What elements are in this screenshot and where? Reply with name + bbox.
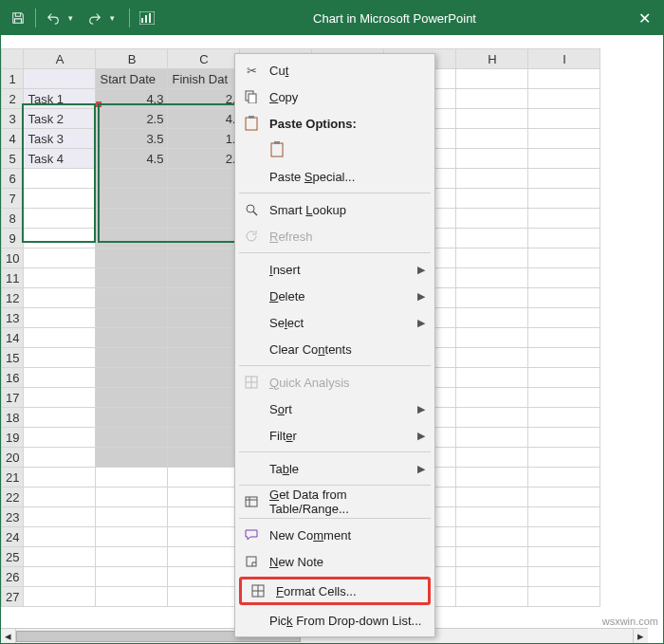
menu-smart-lookup[interactable]: Smart Lookup: [235, 196, 434, 223]
format-cells-icon: [249, 582, 267, 599]
svg-rect-9: [274, 141, 280, 144]
svg-rect-8: [271, 143, 283, 156]
col-A[interactable]: A: [24, 49, 96, 69]
svg-point-10: [247, 205, 254, 212]
scroll-left-button[interactable]: ◂: [1, 629, 16, 643]
copy-icon: [243, 88, 260, 105]
menu-get-data[interactable]: Get Data from Table/Range...: [235, 488, 434, 515]
svg-rect-7: [249, 116, 254, 119]
select-all-corner[interactable]: [2, 49, 24, 69]
menu-divider: [239, 485, 431, 486]
cell-C1[interactable]: Finish Dat: [168, 69, 240, 89]
cell-A5[interactable]: Task 4: [24, 149, 96, 169]
menu-pick-dropdown[interactable]: Pick From Drop-down List...: [235, 607, 434, 634]
menu-new-comment[interactable]: New Comment: [235, 522, 434, 548]
undo-button[interactable]: ▾: [46, 10, 78, 26]
context-menu: ✂ Cut Copy Paste Options: Paste Special.…: [234, 53, 435, 637]
chevron-right-icon: ▶: [417, 463, 425, 475]
cell-C4[interactable]: 1.: [168, 129, 240, 149]
menu-paste-default[interactable]: [235, 137, 434, 163]
search-icon: [243, 201, 260, 218]
menu-format-cells[interactable]: Format Cells...: [239, 577, 431, 605]
cell-B5[interactable]: 4.5: [96, 149, 168, 169]
menu-filter[interactable]: Filter ▶: [235, 422, 434, 449]
cell-A3[interactable]: Task 2: [24, 109, 96, 129]
table-icon: [243, 493, 260, 510]
menu-select[interactable]: Select ▶: [235, 309, 434, 336]
cell-B1[interactable]: Start Date: [96, 69, 168, 89]
cell-B4[interactable]: 3.5: [96, 129, 168, 149]
menu-paste-special[interactable]: Paste Special...: [235, 163, 434, 190]
svg-rect-15: [246, 497, 257, 506]
cell-C5[interactable]: 2.: [168, 149, 240, 169]
cell-C2[interactable]: 2.: [168, 89, 240, 109]
menu-paste-options-heading: Paste Options:: [235, 110, 434, 137]
menu-new-note[interactable]: New Note: [235, 548, 434, 575]
window-title: Chart in Microsoft PowerPoint: [164, 11, 625, 26]
menu-copy[interactable]: Copy: [235, 83, 434, 110]
cell-C3[interactable]: 4.: [168, 109, 240, 129]
quick-access-toolbar: ▾ ▾: [1, 9, 164, 28]
chart-data-icon[interactable]: [139, 10, 155, 26]
chevron-right-icon: ▶: [417, 290, 425, 303]
svg-rect-1: [141, 18, 143, 23]
cell-A1[interactable]: [24, 69, 96, 89]
svg-rect-5: [249, 94, 256, 103]
col-I[interactable]: I: [528, 49, 600, 69]
paste-icon: [269, 141, 286, 158]
undo-icon: [46, 10, 61, 26]
refresh-icon: [243, 228, 260, 245]
cell-A4[interactable]: Task 3: [24, 129, 96, 149]
close-button[interactable]: ✕: [625, 9, 663, 28]
menu-clear-contents[interactable]: Clear Contents: [235, 336, 434, 362]
col-C[interactable]: C: [168, 49, 240, 69]
menu-sort[interactable]: Sort ▶: [235, 396, 434, 422]
chevron-right-icon: ▶: [417, 403, 425, 415]
svg-rect-2: [145, 15, 147, 23]
redo-icon: [87, 10, 102, 26]
cell-B2[interactable]: 4.3: [96, 89, 168, 109]
note-icon: [243, 553, 260, 570]
titlebar: ▾ ▾ Chart in Microsoft PowerPoint ✕: [1, 1, 663, 35]
menu-divider: [239, 518, 431, 519]
watermark: wsxwin.com: [602, 616, 658, 627]
col-H[interactable]: H: [456, 49, 528, 69]
clipboard-icon: [243, 115, 260, 132]
comment-icon: [243, 526, 260, 543]
chevron-right-icon: ▶: [417, 264, 425, 276]
quick-analysis-icon: [243, 374, 260, 391]
save-icon[interactable]: [10, 10, 26, 26]
svg-rect-6: [246, 118, 257, 130]
redo-button[interactable]: ▾: [87, 10, 120, 26]
cut-icon: ✂: [243, 62, 260, 79]
menu-divider: [239, 451, 431, 452]
col-B[interactable]: B: [96, 49, 168, 69]
cell-B3[interactable]: 2.5: [96, 109, 168, 129]
menu-quick-analysis: Quick Analysis: [235, 369, 434, 396]
svg-rect-18: [247, 557, 256, 566]
chevron-down-icon: ▾: [63, 10, 78, 26]
menu-divider: [239, 365, 431, 366]
menu-cut[interactable]: ✂ Cut: [235, 57, 434, 83]
scroll-right-button[interactable]: ▸: [633, 629, 648, 643]
chevron-right-icon: ▶: [417, 430, 425, 442]
svg-line-11: [253, 212, 257, 215]
menu-delete[interactable]: Delete ▶: [235, 283, 434, 309]
menu-insert[interactable]: Insert ▶: [235, 256, 434, 283]
range-marker: [96, 101, 101, 107]
chevron-down-icon: ▾: [104, 10, 120, 26]
svg-rect-3: [149, 13, 151, 23]
cell-A2[interactable]: Task 1: [24, 89, 96, 109]
menu-divider: [239, 193, 431, 193]
chevron-right-icon: ▶: [417, 317, 425, 329]
menu-divider: [239, 252, 431, 253]
menu-refresh: Refresh: [235, 223, 434, 249]
menu-table[interactable]: Table ▶: [235, 455, 434, 482]
